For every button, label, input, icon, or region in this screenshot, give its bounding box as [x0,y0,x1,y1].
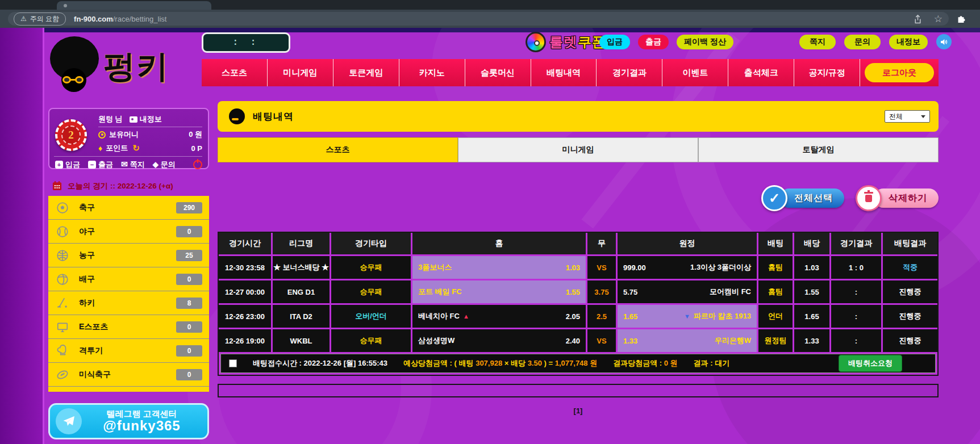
cell-home-selected[interactable]: 포트 베일 FC1.55 [412,280,586,303]
cell-home[interactable]: 베네치아 FC▲2.05 [412,305,586,328]
warning-label: 주의 요함 [30,14,59,24]
result-status: 결과 : 대기 [694,358,730,368]
american-football-icon [56,368,69,381]
sidebar: 2 원텅 님 내정보 보유머니 0 원 ♦ 포인트 ↻ 0 P +입금 −출금 … [48,28,209,444]
cell-away-selected[interactable]: 1.65▼파르마 칼초 1913 [618,305,757,328]
power-logout-icon[interactable] [193,160,202,169]
cell-away[interactable]: 5.75모어캠비 FC [618,280,757,303]
tab-minigame[interactable]: 미니게임 [458,137,698,162]
cell-away-selected[interactable]: 1.33우리은행W [618,329,757,352]
trash-icon [856,185,882,211]
cell-draw[interactable]: VS [587,256,616,279]
page-title: 배팅내역 [253,110,294,123]
main-content: 배팅내역 전체 스포츠 미니게임 토탈게임 ✓ 전체선택 삭제하기 경기시간 리… [218,28,939,444]
cell-home[interactable]: 삼성생명W2.40 [412,329,586,352]
site-warning-badge[interactable]: ⚠ 주의 요함 [14,12,66,26]
share-icon[interactable] [913,14,923,24]
warning-icon: ⚠ [20,15,27,23]
col-header-score: 경기결과 [831,233,881,254]
pagination[interactable]: [1] [218,407,939,415]
cell-away[interactable]: 999.001.3이상 3폴더이상 [618,256,757,279]
cell-draw[interactable]: VS [587,329,616,352]
point-value: 0 P [191,144,202,153]
slip-checkbox[interactable] [229,359,237,367]
col-header-home: 홈 [412,233,586,254]
sidebar-item-soccer[interactable]: 축구 290 [48,196,209,220]
cell-home-selected[interactable]: 3폴보너스1.03 [412,256,586,279]
envelope-icon: ✉ [121,160,128,169]
hockey-icon [56,297,69,309]
browser-toolbar: ⚠ 주의 요함 fn-900.com/race/betting_list ☆ [0,10,980,28]
cell-league: ENG D1 [273,280,330,303]
soccer-icon [56,202,69,214]
col-header-draw: 무 [587,233,616,254]
url-path: /race/betting_list [113,15,167,23]
cell-type: 승무패 [331,256,411,279]
tab-sports[interactable]: 스포츠 [218,137,458,162]
money-label: 보유머니 [109,129,139,140]
quick-deposit-link[interactable]: +입금 [55,160,80,170]
point-label: 포인트 [106,143,128,153]
user-info-panel: 2 원텅 님 내정보 보유머니 0 원 ♦ 포인트 ↻ 0 P +입금 −출금 … [48,108,209,169]
cell-score: 1 : 0 [831,256,881,279]
page-title-bar: 배팅내역 전체 [218,101,939,132]
tab-totalgame[interactable]: 토탈게임 [698,137,939,162]
quick-inquiry-link[interactable]: ◆문의 [153,160,176,170]
cell-odds: 1.33 [794,329,829,352]
col-header-time: 경기시간 [219,233,271,254]
cell-draw[interactable]: 2.5 [587,305,616,328]
cell-draw[interactable]: 3.75 [587,280,616,303]
sidebar-item-volleyball[interactable]: 배구 0 [48,267,209,291]
sidebar-item-hockey[interactable]: 하키 8 [48,291,209,315]
calendar-icon [52,181,62,191]
col-header-league: 리그명 [273,233,330,254]
telegram-banner[interactable]: 텔레그램 고객센터 @funky365 [48,403,209,439]
diamond-icon: ◆ [153,160,159,169]
extensions-puzzle-icon[interactable] [956,13,966,23]
browser-tab[interactable] [57,1,211,10]
today-games-header: 오늘의 경기 :: 2022-12-26 (+α) [52,181,173,191]
cell-result: 진행중 [883,280,937,303]
cell-type: 승무패 [331,329,411,352]
cell-bet-pick: 언더 [758,305,793,328]
sidebar-item-basketball[interactable]: 농구 25 [48,244,209,267]
chevron-down-icon [921,115,925,118]
col-header-type: 경기타입 [331,233,411,254]
cell-bet-pick: 원정팀 [758,329,793,352]
expected-winnings: 예상당첨금액 : ( 배팅 307,928 × 배당 3.50 ) = 1,07… [403,358,597,368]
betting-history-tabs: 스포츠 미니게임 토탈게임 [218,137,939,162]
point-diamond-icon: ♦ [98,144,102,153]
sidebar-item-baseball[interactable]: 야구 0 [48,220,209,244]
cell-time: 12-26 23:00 [219,305,271,328]
sidebar-item-esports[interactable]: E스포츠 0 [48,315,209,339]
col-header-odds: 배당 [794,233,829,254]
volleyball-icon [56,273,69,286]
address-bar[interactable]: ⚠ 주의 요함 fn-900.com/race/betting_list [8,12,949,26]
count-badge: 0 [176,369,202,380]
minus-icon: − [88,161,96,169]
point-refresh-icon[interactable]: ↻ [132,143,140,153]
count-badge: 290 [176,202,202,213]
delete-button[interactable]: 삭제하기 [856,185,939,211]
bet-slip-summary: 배팅접수시간 : 2022-12-26 [월] 16:55:43 예상당첨금액 … [220,354,936,373]
cell-league: ★ 보너스배당 ★ [273,256,330,279]
filter-select[interactable]: 전체 [885,110,930,123]
count-badge: 8 [176,298,202,309]
cell-time: 12-30 23:58 [219,256,271,279]
basketball-icon [56,249,69,262]
bookmark-star-icon[interactable]: ☆ [934,13,943,25]
cell-league: ITA D2 [273,305,330,328]
up-arrow-marker: ▲ [463,313,469,320]
cell-score: : [831,280,881,303]
sidebar-item-football[interactable]: 미식축구 0 [48,363,209,387]
cancel-bet-button[interactable]: 배팅취소요청 [839,355,902,372]
count-badge: 25 [176,250,202,261]
myinfo-link[interactable]: 내정보 [140,114,162,124]
count-badge: 0 [176,274,202,285]
cell-time: 12-26 19:00 [219,329,271,352]
select-all-button[interactable]: ✓ 전체선택 [761,185,844,211]
sidebar-item-fighting[interactable]: 격투기 0 [48,339,209,363]
quick-message-link[interactable]: ✉쪽지 [121,160,145,170]
quick-withdraw-link[interactable]: −출금 [88,160,113,170]
tab-favicon [64,4,67,7]
